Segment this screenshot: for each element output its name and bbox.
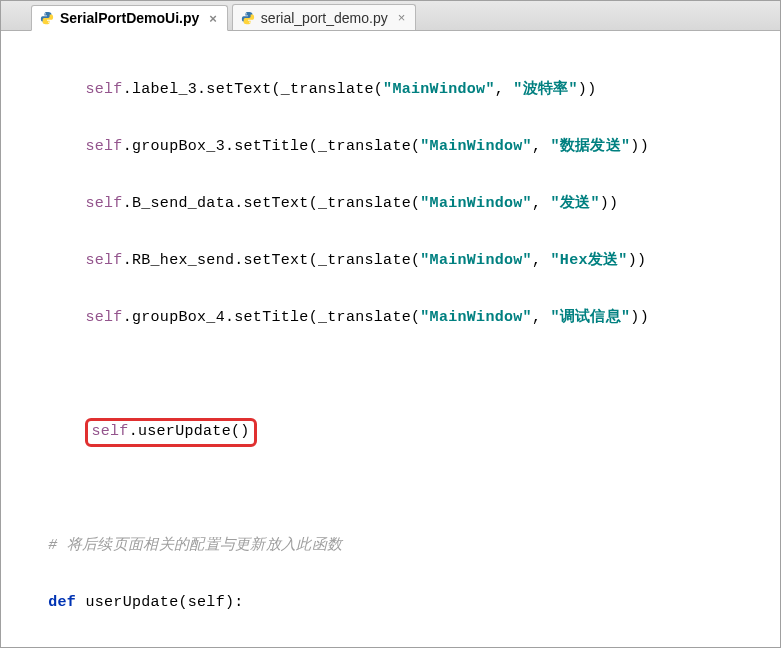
code-editor[interactable]: self.label_3.setText(_translate("MainWin… (1, 31, 780, 648)
python-icon (40, 11, 54, 25)
python-icon (241, 11, 255, 25)
code-line: def userUpdate(self): (11, 589, 770, 618)
code-line: self.label_3.setText(_translate("MainWin… (11, 76, 770, 105)
tab-serialportdemo[interactable]: serial_port_demo.py × (232, 4, 416, 30)
code-line: self.B_send_data.setText(_translate("Mai… (11, 190, 770, 219)
code-line: self.userUpdate() (11, 418, 770, 447)
code-line: # 将后续页面相关的配置与更新放入此函数 (11, 532, 770, 561)
code-line: self.groupBox_3.setTitle(_translate("Mai… (11, 133, 770, 162)
close-icon[interactable]: × (209, 11, 217, 26)
tab-label: serial_port_demo.py (261, 10, 388, 26)
code-line: self.RB_hex_send.setText(_translate("Mai… (11, 247, 770, 276)
tab-bar: SerialPortDemoUi.py × serial_port_demo.p… (1, 1, 780, 31)
code-line (11, 475, 770, 504)
code-line (11, 361, 770, 390)
tab-serialportdemoui[interactable]: SerialPortDemoUi.py × (31, 5, 228, 31)
tab-label: SerialPortDemoUi.py (60, 10, 199, 26)
close-icon[interactable]: × (398, 10, 406, 25)
code-line: self.groupBox_4.setTitle(_translate("Mai… (11, 304, 770, 333)
highlight-box: self.userUpdate() (85, 418, 256, 447)
